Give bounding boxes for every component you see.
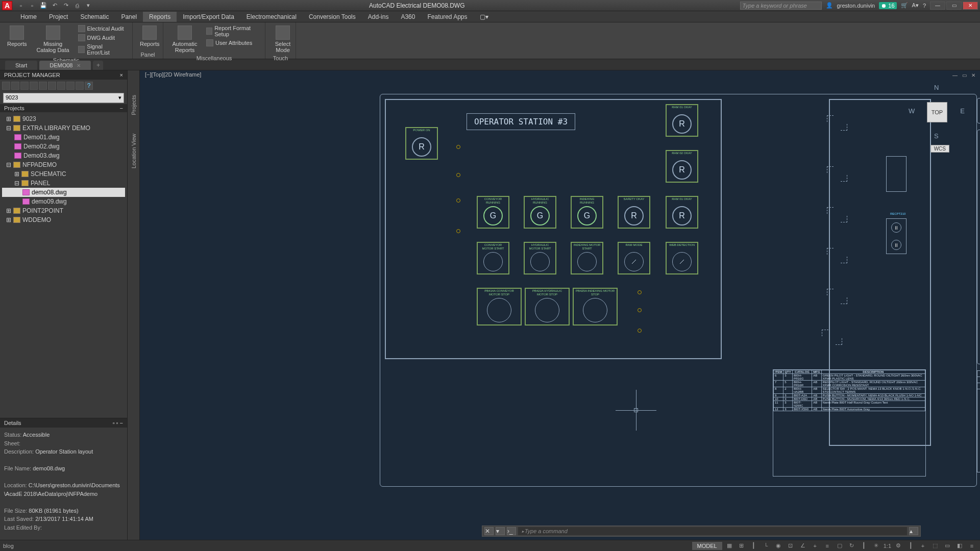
command-input[interactable]: ▸ Type a command	[518, 527, 907, 535]
qat-redo-icon[interactable]: ↷	[62, 2, 70, 10]
exchange-icon[interactable]: 🛒	[901, 2, 908, 9]
user-name[interactable]: greston.dunivin	[837, 3, 875, 9]
qat-more-icon[interactable]: ▾	[84, 2, 92, 10]
sb-person-icon[interactable]: +	[918, 542, 928, 550]
tree-9023[interactable]: ⊞9023	[2, 114, 125, 123]
menu-panel[interactable]: Panel	[115, 12, 143, 22]
command-line[interactable]: ✕ ▾ ›_ ▸ Type a command ▴	[482, 525, 921, 537]
pm-btn-5[interactable]	[39, 82, 47, 90]
model-space-button[interactable]: MODEL	[692, 542, 722, 550]
menu-expand-icon[interactable]: ▢▾	[474, 12, 495, 22]
pm-btn-7[interactable]	[57, 82, 65, 90]
sb-snap-icon[interactable]: ⊞	[737, 542, 747, 550]
sign-in-icon[interactable]: 👤	[826, 2, 833, 9]
sb-grid-icon[interactable]: ▦	[724, 542, 734, 550]
app-logo[interactable]: A	[2, 1, 12, 10]
sb-ann-icon[interactable]: ✳	[871, 542, 881, 550]
automatic-reports-button[interactable]: Automatic Reports	[167, 24, 202, 54]
cmd-close-icon[interactable]: ✕	[484, 527, 494, 535]
tree-demo08[interactable]: demo08.dwg	[2, 188, 125, 197]
cmd-history-icon[interactable]: ▾	[496, 527, 505, 535]
new-tab-button[interactable]: +	[93, 61, 103, 70]
cmd-expand-icon[interactable]: ▴	[909, 527, 918, 535]
pm-btn-4[interactable]	[30, 82, 38, 90]
details-collapse-icon[interactable]: −	[120, 420, 123, 426]
a-icon[interactable]: A▾	[912, 2, 919, 9]
tree-demo01[interactable]: Demo01.dwg	[2, 133, 125, 142]
sb-dyn-icon[interactable]: +	[810, 542, 820, 550]
project-dropdown[interactable]: 9023 ▾	[3, 93, 124, 103]
sb-polar-icon[interactable]: ◉	[773, 542, 783, 550]
qat-undo-icon[interactable]: ↶	[51, 2, 59, 10]
pm-btn-3[interactable]	[20, 82, 29, 90]
tree-schematic[interactable]: ⊞SCHEMATIC	[2, 169, 125, 179]
menu-project[interactable]: Project	[43, 12, 74, 22]
minimize-button[interactable]: —	[930, 2, 945, 10]
select-mode-button[interactable]: Select Mode	[270, 24, 296, 54]
missing-catalog-button[interactable]: Missing Catalog Data	[32, 24, 74, 54]
pm-btn-2[interactable]	[11, 82, 19, 90]
qat-open-icon[interactable]: ▫	[28, 2, 36, 10]
drawing-canvas[interactable]: [−][Top][2D Wireframe] — ▭ ✕ OPERATOR ST…	[140, 70, 980, 540]
tree-demo03[interactable]: Demo03.dwg	[2, 151, 125, 160]
report-format-button[interactable]: Report Format Setup	[204, 24, 261, 38]
tree-point2point[interactable]: ⊞POINT2POINT	[2, 206, 125, 215]
maximize-button[interactable]: ▭	[946, 2, 962, 10]
wcs-label[interactable]: WCS	[930, 145, 949, 153]
sb-hw-icon[interactable]: ▭	[942, 542, 952, 550]
tree-panel[interactable]: ⊟PANEL	[2, 179, 125, 188]
tab-close-icon[interactable]: ✕	[77, 63, 81, 68]
info-badge[interactable]: ⏺ 16	[879, 2, 896, 9]
menu-electromechanical[interactable]: Electromechanical	[240, 12, 303, 22]
sb-gear-icon[interactable]: ⚙	[893, 542, 903, 550]
menu-conversion[interactable]: Conversion Tools	[303, 12, 362, 22]
menu-home[interactable]: Home	[14, 12, 43, 22]
sb-trans-icon[interactable]: ▢	[835, 542, 845, 550]
signal-error-button[interactable]: Signal Error/List	[76, 43, 128, 56]
details-btn1-icon[interactable]: ▫	[113, 420, 115, 426]
status-blog[interactable]: blog	[3, 543, 14, 549]
vp-maximize-icon[interactable]: ▭	[961, 71, 968, 79]
tree-wddemo[interactable]: ⊞WDDEMO	[2, 215, 125, 224]
search-input[interactable]: Type a keyword or phrase	[740, 2, 822, 10]
menu-featured[interactable]: Featured Apps	[421, 12, 473, 22]
sb-track-icon[interactable]: ∠	[798, 542, 808, 550]
menu-a360[interactable]: A360	[395, 12, 421, 22]
pm-btn-8[interactable]	[66, 82, 75, 90]
tree-extra-library[interactable]: ⊟EXTRA LIBRARY DEMO	[2, 123, 125, 133]
sb-osnap-icon[interactable]: ⊡	[786, 542, 796, 550]
tab-start[interactable]: Start	[5, 61, 37, 70]
sb-cycle-icon[interactable]: ↻	[847, 542, 857, 550]
panel-reports-button[interactable]: Reports	[137, 24, 163, 48]
qat-new-icon[interactable]: ▫	[17, 2, 25, 10]
panel-close-icon[interactable]: ×	[120, 72, 123, 78]
view-label[interactable]: [−][Top][2D Wireframe]	[145, 71, 201, 78]
pm-btn-1[interactable]	[2, 82, 10, 90]
tree-demo02[interactable]: Demo02.dwg	[2, 142, 125, 151]
tab-demo08[interactable]: DEMO08✕	[39, 61, 91, 70]
pm-btn-9[interactable]	[76, 82, 84, 90]
menu-import-export[interactable]: Import/Export Data	[177, 12, 240, 22]
sb-ortho-icon[interactable]: └	[761, 542, 771, 550]
pm-help-icon[interactable]: ?	[85, 82, 93, 90]
electrical-audit-button[interactable]: Electrical Audit	[76, 24, 128, 33]
sb-clean-icon[interactable]: ◧	[954, 542, 965, 550]
tree-demo09[interactable]: demo09.dwg	[2, 197, 125, 206]
menu-reports[interactable]: Reports	[143, 12, 177, 22]
vp-minimize-icon[interactable]: —	[951, 71, 959, 79]
tree-nfpademo[interactable]: ⊟NFPADEMO	[2, 160, 125, 169]
details-btn2-icon[interactable]: ▫	[116, 420, 118, 426]
user-attributes-button[interactable]: User Attributes	[204, 39, 261, 47]
vp-close-icon[interactable]: ✕	[970, 71, 977, 79]
side-tab-projects[interactable]: Projects	[131, 91, 137, 119]
pm-btn-6[interactable]	[48, 82, 56, 90]
close-button[interactable]: ✕	[963, 2, 978, 10]
sb-custom-icon[interactable]: ≡	[967, 542, 977, 550]
sb-iso-icon[interactable]: ⬚	[930, 542, 940, 550]
reports-button[interactable]: Reports	[4, 24, 30, 48]
qat-save-icon[interactable]: 💾	[39, 2, 47, 10]
view-cube[interactable]: N S E W TOP	[909, 84, 965, 140]
sb-lwt-icon[interactable]: ≡	[822, 542, 832, 550]
projects-collapse-icon[interactable]: −	[120, 105, 123, 111]
help-icon[interactable]: ?	[923, 3, 926, 9]
